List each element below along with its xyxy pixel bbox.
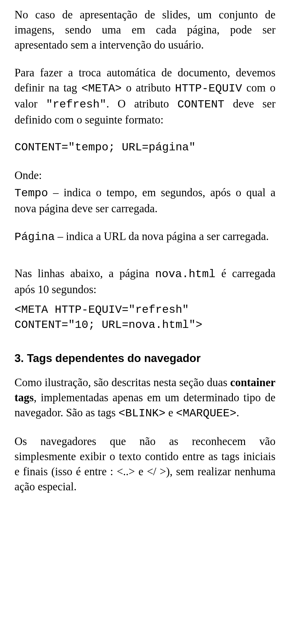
paragraph-browsers-note: Os navegadores que não as reconhecem vão… [14, 434, 276, 494]
paragraph-container-tags: Como ilustração, são descritas nesta seç… [14, 375, 276, 421]
text: . O atributo [106, 98, 177, 110]
text: Nas linhas abaixo, a página [14, 267, 155, 280]
code-inline-tempo: Tempo [14, 187, 48, 200]
code-inline-blink: <BLINK> [118, 407, 165, 420]
code-inline-marquee: <MARQUEE> [176, 407, 237, 420]
text: . [236, 406, 239, 419]
label-onde: Onde: [14, 168, 276, 183]
text: o atributo [122, 82, 175, 94]
paragraph-pagina: Página – indica a URL da nova página a s… [14, 229, 276, 245]
code-block-meta-example: <META HTTP-EQUIV="refresh" CONTENT="10; … [14, 303, 276, 333]
text: – indica a URL da nova página a ser carr… [55, 230, 269, 242]
code-inline-http-equiv: HTTP-EQUIV [175, 82, 242, 95]
text: Como ilustração, são descritas nesta seç… [14, 376, 230, 389]
code-block-content-format: CONTENT="tempo; URL=página" [14, 140, 276, 155]
code-inline-pagina: Página [14, 231, 55, 243]
code-inline-refresh: "refresh" [46, 98, 106, 111]
code-inline-content: CONTENT [177, 98, 224, 111]
code-inline-meta: <META> [82, 82, 122, 95]
paragraph-tempo: Tempo – indica o tempo, em segundos, apó… [14, 185, 276, 216]
paragraph-intro: No caso de apresentação de slides, um co… [14, 7, 276, 53]
text: e [166, 406, 176, 419]
paragraph-meta-explain: Para fazer a troca automática de documen… [14, 65, 276, 127]
heading-3: 3. Tags dependentes do navegador [14, 351, 276, 366]
text: – indica o tempo, em segundos, após o qu… [14, 186, 276, 215]
code-inline-nova: nova.html [155, 268, 215, 280]
paragraph-nova-html: Nas linhas abaixo, a página nova.html é … [14, 266, 276, 297]
